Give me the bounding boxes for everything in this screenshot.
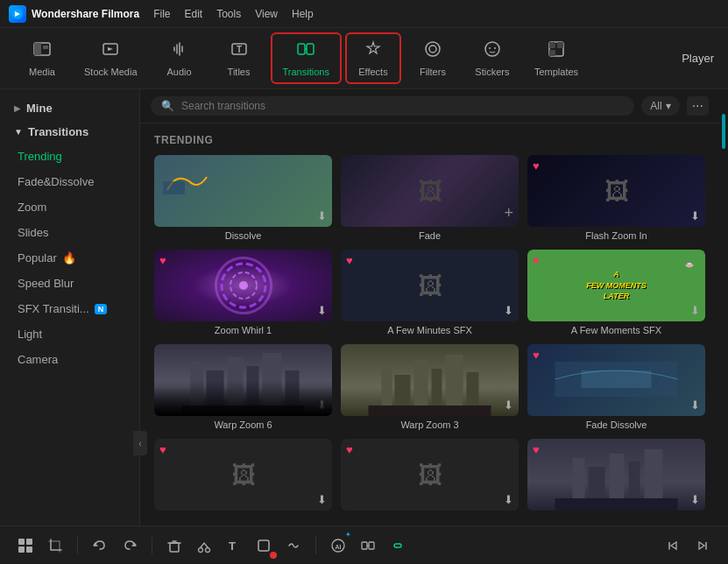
- search-input[interactable]: [181, 100, 624, 112]
- menu-tools[interactable]: Tools: [216, 8, 241, 20]
- list-item[interactable]: ♥ ⬇: [527, 439, 705, 514]
- svg-rect-29: [382, 366, 392, 405]
- connect-button[interactable]: [357, 534, 379, 557]
- svg-rect-32: [432, 369, 442, 405]
- mine-arrow: ▶: [14, 103, 21, 113]
- toolbar-stickers[interactable]: Stickers: [464, 34, 520, 82]
- menu-help[interactable]: Help: [292, 8, 314, 20]
- slides-label: Slides: [18, 226, 48, 239]
- svg-rect-18: [163, 181, 185, 194]
- svg-rect-45: [26, 539, 32, 545]
- list-item[interactable]: ⬇ Warp Zoom 3: [341, 344, 519, 430]
- menu-file[interactable]: File: [153, 8, 170, 20]
- list-item[interactable]: 🖼 + Fade: [341, 155, 519, 241]
- timeline-back-button[interactable]: [661, 534, 684, 557]
- transitions-label: Transitions: [283, 67, 329, 77]
- list-item[interactable]: ⬇ Dissolve: [154, 155, 332, 241]
- download-icon[interactable]: ⬇: [690, 493, 700, 506]
- list-item[interactable]: ♥ 🖼 ⬇ A Few Minutes SFX: [341, 250, 519, 335]
- toolbar-filters[interactable]: Filters: [405, 34, 461, 82]
- toolbar-transitions[interactable]: Transitions: [271, 32, 342, 84]
- menu-edit[interactable]: Edit: [184, 8, 202, 20]
- text-button[interactable]: T: [223, 534, 245, 557]
- transitions-section-label: Transitions: [28, 125, 88, 138]
- undo-button[interactable]: [88, 534, 111, 557]
- sidebar-collapse-btn[interactable]: ‹: [133, 431, 147, 455]
- toolbar-titles[interactable]: T Titles: [211, 34, 267, 82]
- cut-button[interactable]: [193, 534, 216, 557]
- filter-dropdown[interactable]: All ▾: [641, 96, 679, 116]
- logo-icon: [9, 5, 26, 23]
- link-button[interactable]: [386, 534, 409, 557]
- svg-point-49: [199, 547, 203, 552]
- list-item[interactable]: ♥ 🖼 ⬇ Flash Zoom In: [527, 155, 705, 241]
- sidebar-transitions-section[interactable]: ▼ Transitions: [0, 120, 139, 144]
- svg-rect-22: [191, 362, 204, 405]
- svg-rect-15: [549, 42, 555, 48]
- svg-point-11: [485, 42, 499, 56]
- sidebar-item-sfx[interactable]: SFX Transiti... N: [0, 296, 139, 321]
- sidebar-item-popular[interactable]: Popular 🔥: [0, 245, 139, 271]
- toolbar-audio[interactable]: Audio: [152, 34, 208, 82]
- light-label: Light: [18, 328, 42, 341]
- crop-tool-button[interactable]: [44, 534, 67, 557]
- download-icon[interactable]: ⬇: [690, 304, 700, 317]
- list-item[interactable]: ♥ 🖼 ⬇: [154, 439, 332, 514]
- list-item[interactable]: ♥ ⬇ Fade Dissolve: [527, 344, 705, 430]
- sidebar-item-zoom[interactable]: Zoom: [0, 194, 139, 220]
- download-icon[interactable]: ⬇: [690, 209, 700, 222]
- menu-view[interactable]: View: [255, 8, 278, 20]
- list-item[interactable]: ♥ 🖼 ⬇: [341, 439, 519, 514]
- download-icon[interactable]: ⬇: [504, 304, 513, 317]
- svg-rect-25: [247, 366, 259, 405]
- popular-label: Popular: [18, 251, 57, 264]
- plus-icon[interactable]: +: [504, 204, 513, 222]
- separator: [152, 537, 152, 554]
- toolbar-templates[interactable]: Templates: [524, 34, 589, 82]
- timeline-forward-button[interactable]: [691, 534, 714, 557]
- app-logo: Wondershare Filmora: [9, 5, 139, 23]
- sidebar-item-fade-dissolve[interactable]: Fade&Dissolve: [0, 169, 139, 194]
- thumbnail-placeholder-icon: 🖼: [604, 177, 629, 206]
- download-icon[interactable]: ⬇: [317, 493, 327, 506]
- sidebar-item-speed-blur[interactable]: Speed Blur: [0, 271, 139, 296]
- download-icon[interactable]: ⬇: [317, 304, 327, 317]
- sidebar-mine-section[interactable]: ▶ Mine: [0, 96, 139, 120]
- sidebar-item-camera[interactable]: Camera: [0, 347, 139, 372]
- list-item[interactable]: ♥ ⬇ Zoom Whirl 1: [154, 250, 332, 335]
- trending-label: Trending: [18, 150, 62, 163]
- sidebar-item-light[interactable]: Light: [0, 321, 139, 347]
- bottom-toolbar: T AI ✦: [0, 525, 728, 564]
- delete-button[interactable]: [163, 534, 186, 557]
- thumbnail: ♥ 🖼 ⬇: [154, 439, 332, 511]
- scrollbar[interactable]: [719, 89, 728, 525]
- svg-rect-7: [298, 44, 305, 54]
- toolbar-media[interactable]: Media: [14, 34, 70, 82]
- download-icon[interactable]: ⬇: [504, 493, 513, 506]
- download-icon[interactable]: ⬇: [317, 209, 327, 222]
- more-options-button[interactable]: ···: [687, 96, 709, 116]
- templates-label: Templates: [534, 67, 578, 77]
- grid-view-button[interactable]: [14, 534, 37, 557]
- item-label: Dissolve: [154, 230, 332, 241]
- download-icon[interactable]: ⬇: [504, 398, 513, 412]
- stickers-icon: [483, 39, 502, 63]
- toolbar-stock-media[interactable]: Stock Media: [74, 34, 148, 82]
- download-icon[interactable]: ⬇: [690, 398, 700, 412]
- svg-rect-41: [629, 462, 640, 500]
- list-item[interactable]: ⬇ Warp Zoom 6: [154, 344, 332, 430]
- list-item[interactable]: ♥ AFEW MOMENTSLATER ⬇: [527, 250, 705, 335]
- grid-area: TRENDING ⬇ Dissolve: [140, 123, 719, 525]
- ripple-button[interactable]: [282, 534, 305, 557]
- redo-button[interactable]: [118, 534, 141, 557]
- download-icon[interactable]: ⬇: [317, 398, 327, 412]
- toolbar-effects[interactable]: Effects: [345, 32, 401, 84]
- thumbnail: ♥ 🖼 ⬇: [341, 439, 519, 511]
- record-button[interactable]: [252, 534, 275, 557]
- sidebar-item-slides[interactable]: Slides: [0, 220, 139, 245]
- ai-button[interactable]: AI ✦: [327, 534, 350, 557]
- sidebar-item-trending[interactable]: Trending: [0, 144, 139, 169]
- main-toolbar: Media Stock Media Audio T Titles: [0, 28, 728, 89]
- svg-point-12: [489, 47, 491, 49]
- thumbnail: ♥ 🖼 ⬇: [341, 250, 519, 321]
